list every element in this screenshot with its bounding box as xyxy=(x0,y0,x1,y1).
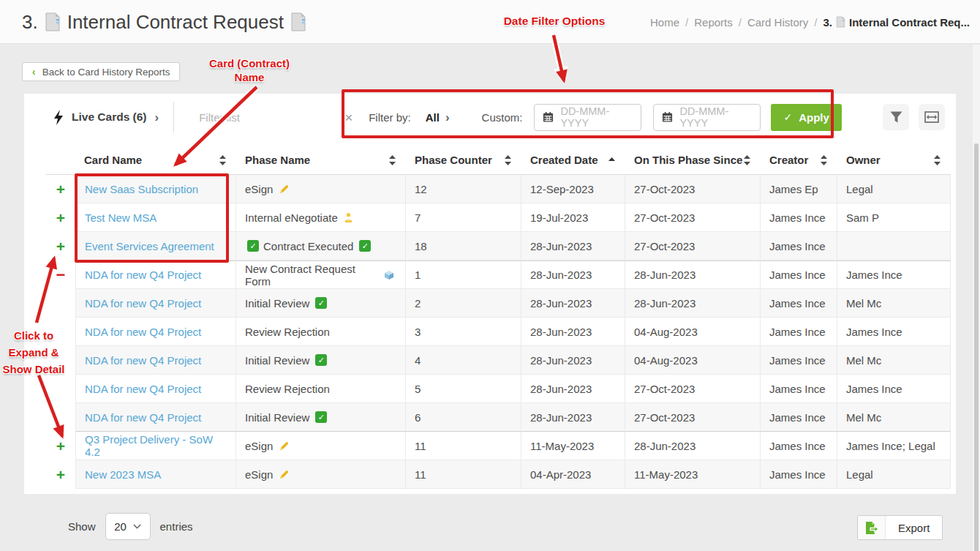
date-from-input[interactable]: DD-MMM-YYYY xyxy=(534,104,641,131)
export-button[interactable]: Export xyxy=(857,515,943,540)
date-from-placeholder: DD-MMM-YYYY xyxy=(560,105,633,129)
card-name-link[interactable]: NDA for new Q4 Project xyxy=(85,326,201,338)
breadcrumb-current-label: Internal Contract Req... xyxy=(849,16,970,29)
apply-button[interactable]: ✓ Apply xyxy=(771,104,841,131)
sort-icon[interactable] xyxy=(743,154,751,166)
phase-name-text: eSign xyxy=(245,468,273,481)
breadcrumb-card-history[interactable]: Card History xyxy=(747,16,808,29)
sort-ascending-icon[interactable] xyxy=(608,154,616,166)
card-name-link[interactable]: NDA for new Q4 Project xyxy=(85,411,201,424)
table-row: −NDA for new Q4 ProjectNew Contract Requ… xyxy=(46,260,951,289)
expand-row-button[interactable]: + xyxy=(56,239,65,254)
back-to-card-history-button[interactable]: ‹ Back to Card History Reports xyxy=(22,62,180,81)
table-row: +Event Services Agreement✓Contract Execu… xyxy=(46,232,951,260)
entries-select[interactable]: 20 xyxy=(105,513,151,540)
expand-row-button[interactable]: + xyxy=(56,181,65,197)
card-name-link[interactable]: New Saas Subscription xyxy=(85,183,198,195)
expand-row-button[interactable]: + xyxy=(56,467,65,482)
expand-width-button[interactable] xyxy=(919,104,945,130)
date-to-input[interactable]: DD-MMM-YYYY xyxy=(653,104,761,131)
card-name-link[interactable]: NDA for new Q4 Project xyxy=(85,269,201,281)
phase-counter-cell: 6 xyxy=(406,403,521,432)
phase-name-cell: New Contract Request Form xyxy=(236,260,406,289)
custom-label: Custom: xyxy=(482,111,523,124)
card-name-link[interactable]: NDA for new Q4 Project xyxy=(85,354,201,367)
export-button-label: Export xyxy=(886,516,942,539)
filter-by-group: Filter by: All › xyxy=(369,111,449,124)
column-header-on-this-phase-since[interactable]: On This Phase Since xyxy=(625,146,761,174)
card-name-link[interactable]: NDA for new Q4 Project xyxy=(85,297,201,310)
card-name-cell: NDA for new Q4 Project xyxy=(75,375,236,403)
sort-icon[interactable] xyxy=(219,154,227,166)
breadcrumb-home[interactable]: Home xyxy=(650,16,679,29)
check-badge-icon: ✓ xyxy=(359,240,371,252)
column-header-card-name[interactable]: Card Name xyxy=(75,146,236,174)
column-header-phase-name[interactable]: Phase Name xyxy=(236,146,406,174)
clear-filter-icon[interactable]: × xyxy=(344,110,353,124)
annotation-card-contract-name: Card (Contract) Name xyxy=(203,56,295,84)
created-date-cell: 28-Jun-2023 xyxy=(521,318,625,346)
sort-icon[interactable] xyxy=(504,154,512,166)
table-row: +New 2023 MSAeSign1104-Apr-202311-May-20… xyxy=(46,460,951,489)
breadcrumb-reports[interactable]: Reports xyxy=(694,16,733,29)
filter-by-value[interactable]: All xyxy=(426,111,440,124)
on-this-phase-since-cell: 27-Oct-2023 xyxy=(625,375,761,403)
annotation-text: Click to xyxy=(0,327,67,344)
on-this-phase-since-cell: 27-Oct-2023 xyxy=(625,175,761,203)
expand-row-button[interactable]: + xyxy=(56,438,65,454)
expander-cell: − xyxy=(46,260,75,289)
funnel-filter-button[interactable] xyxy=(883,104,909,130)
expander-cell: + xyxy=(46,203,75,232)
annotation-click-to-expand: Click to Expand & Show Detail xyxy=(0,327,67,378)
owner-cell: Sam P xyxy=(837,203,951,232)
card-history-table: Card Name Phase Name Phase Counter Creat… xyxy=(46,146,951,489)
cube-icon xyxy=(384,270,394,280)
phase-name-text: Initial Review xyxy=(245,411,309,424)
created-date-cell: 12-Sep-2023 xyxy=(521,175,625,203)
creator-cell: James Ince xyxy=(761,318,837,346)
scrollbar-track[interactable] xyxy=(973,45,980,551)
scrollbar-thumb[interactable] xyxy=(974,143,979,551)
document-icon xyxy=(45,12,61,31)
back-button-label: Back to Card History Reports xyxy=(42,67,170,78)
filter-list-input[interactable] xyxy=(199,111,344,124)
expander-cell: + xyxy=(46,232,75,260)
created-date-cell: 28-Jun-2023 xyxy=(521,346,625,375)
column-header-created-date[interactable]: Created Date xyxy=(521,146,625,174)
annotation-text: Date Filter Options xyxy=(504,15,606,27)
creator-cell: James Ince xyxy=(761,289,837,318)
sort-icon[interactable] xyxy=(933,154,941,166)
live-cards-selector[interactable]: Live Cards (6) › xyxy=(53,110,159,125)
card-name-link[interactable]: Test New MSA xyxy=(85,211,157,224)
owner-cell: James Ince xyxy=(837,260,951,289)
phase-counter-cell: 18 xyxy=(406,232,521,260)
live-cards-label: Live Cards (6) xyxy=(72,110,147,124)
created-date-cell: 28-Jun-2023 xyxy=(521,403,625,432)
writing-hand-icon xyxy=(279,184,290,195)
collapse-row-button[interactable]: − xyxy=(56,267,66,283)
card-name-link[interactable]: Q3 Project Delivery - SoW 4.2 xyxy=(85,433,227,458)
phase-counter-cell: 12 xyxy=(406,175,521,203)
card-name-link[interactable]: Event Services Agreement xyxy=(85,240,214,252)
phase-counter-cell: 7 xyxy=(406,203,521,232)
column-header-phase-counter[interactable]: Phase Counter xyxy=(406,146,521,174)
phase-counter-cell: 5 xyxy=(406,375,521,403)
expander-cell: + xyxy=(46,460,75,489)
check-icon: ✓ xyxy=(783,111,792,123)
card-name-link[interactable]: NDA for new Q4 Project xyxy=(85,383,201,395)
card-name-cell: Event Services Agreement xyxy=(75,232,236,260)
card-name-cell: NDA for new Q4 Project xyxy=(75,289,236,318)
column-header-owner[interactable]: Owner xyxy=(837,146,951,174)
phase-name-cell: eSign xyxy=(236,460,406,489)
card-name-cell: Test New MSA xyxy=(75,203,236,232)
column-header-creator[interactable]: Creator xyxy=(761,146,837,174)
funnel-filter-icon xyxy=(890,111,902,123)
card-name-link[interactable]: New 2023 MSA xyxy=(85,468,161,481)
creator-cell: James Ince xyxy=(761,260,837,289)
expand-row-button[interactable]: + xyxy=(56,210,65,225)
sort-icon[interactable] xyxy=(388,154,396,166)
on-this-phase-since-cell: 28-Jun-2023 xyxy=(625,432,761,460)
entries-label: entries xyxy=(160,520,193,533)
sort-icon[interactable] xyxy=(820,154,828,166)
chevron-right-icon[interactable]: › xyxy=(445,111,450,124)
